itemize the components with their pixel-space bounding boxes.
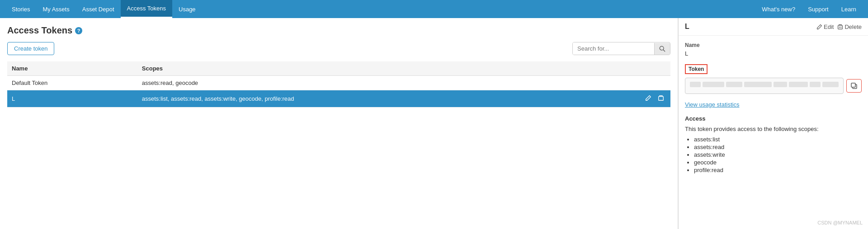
- left-panel: Access Tokens ? Create token Name Scopes: [0, 18, 678, 229]
- access-scope-item: assets:list: [694, 136, 862, 143]
- copy-icon: [850, 82, 858, 89]
- svg-rect-2: [659, 97, 664, 101]
- name-value: L: [685, 50, 862, 57]
- name-label: Name: [685, 42, 862, 48]
- row-name: L: [7, 90, 137, 107]
- row-scopes: assets:read, geocode: [137, 76, 670, 90]
- blur-block-8: [822, 82, 839, 87]
- view-usage-link[interactable]: View usage statistics: [685, 101, 739, 108]
- pencil-icon: [645, 95, 651, 101]
- nav-learn[interactable]: Learn: [835, 0, 863, 18]
- blur-block-1: [690, 82, 701, 87]
- blur-block-6: [789, 82, 808, 87]
- edit-label: Edit: [824, 23, 834, 30]
- name-section: Name L: [685, 42, 862, 57]
- row-delete-button[interactable]: [656, 94, 666, 103]
- blur-block-7: [810, 82, 821, 87]
- edit-button[interactable]: Edit: [816, 23, 834, 30]
- blur-block-5: [774, 82, 787, 87]
- col-scopes: Scopes: [137, 61, 670, 76]
- delete-label: Delete: [844, 23, 862, 30]
- token-label: Token: [685, 64, 708, 74]
- row-actions: [643, 94, 666, 103]
- page-title: Access Tokens ?: [7, 25, 670, 36]
- nav-right: What's new? Support Learn: [755, 0, 863, 18]
- row-edit-button[interactable]: [643, 94, 653, 103]
- help-icon[interactable]: ?: [75, 27, 82, 34]
- top-nav: Stories My Assets Asset Depot Access Tok…: [0, 0, 868, 18]
- nav-support[interactable]: Support: [802, 0, 835, 18]
- right-panel: L Edit Dele: [678, 18, 868, 229]
- access-section: Access This token provides access to the…: [685, 115, 862, 173]
- nav-access-tokens[interactable]: Access Tokens: [121, 0, 172, 18]
- svg-line-1: [663, 50, 665, 51]
- svg-rect-6: [838, 25, 843, 29]
- toolbar: Create token: [7, 42, 670, 55]
- row-scopes: assets:list, assets:read, assets:write, …: [137, 90, 670, 107]
- header-actions: Edit Delete: [816, 23, 862, 30]
- table-row[interactable]: Default Tokenassets:read, geocode: [7, 76, 670, 90]
- token-field-wrapper: [685, 78, 862, 94]
- search-icon: [659, 46, 665, 52]
- create-token-button[interactable]: Create token: [7, 42, 54, 55]
- table-row[interactable]: Lassets:list, assets:read, assets:write,…: [7, 90, 670, 107]
- access-title: Access: [685, 115, 862, 122]
- access-description: This token provides access to the follow…: [685, 126, 862, 132]
- watermark: CSDN @MYNAMEL: [817, 220, 863, 225]
- svg-rect-13: [851, 83, 855, 87]
- nav-stories[interactable]: Stories: [5, 0, 36, 18]
- nav-usage[interactable]: Usage: [172, 0, 202, 18]
- delete-button[interactable]: Delete: [837, 23, 862, 30]
- access-scope-item: geocode: [694, 159, 862, 166]
- copy-token-button[interactable]: [846, 79, 862, 93]
- tokens-table: Name Scopes Default Tokenassets:read, ge…: [7, 61, 670, 107]
- blur-block-2: [703, 82, 724, 87]
- col-name: Name: [7, 61, 137, 76]
- token-value-box: [685, 78, 844, 94]
- nav-whats-new[interactable]: What's new?: [755, 0, 802, 18]
- search-wrapper: [572, 42, 670, 55]
- main-layout: Access Tokens ? Create token Name Scopes: [0, 18, 868, 229]
- search-button[interactable]: [654, 43, 670, 55]
- blur-block-4: [744, 82, 771, 87]
- nav-asset-depot[interactable]: Asset Depot: [76, 0, 121, 18]
- right-panel-body: Name L Token: [679, 36, 868, 181]
- edit-icon: [816, 24, 822, 30]
- access-scope-item: assets:read: [694, 144, 862, 150]
- nav-left: Stories My Assets Asset Depot Access Tok…: [5, 0, 202, 18]
- page-title-text: Access Tokens: [7, 25, 72, 36]
- row-name: Default Token: [7, 76, 137, 90]
- scope-text: assets:list, assets:read, assets:write, …: [142, 95, 294, 102]
- search-input[interactable]: [573, 42, 654, 55]
- access-scope-item: assets:write: [694, 151, 862, 158]
- table-header: Name Scopes: [7, 61, 670, 76]
- trash-icon: [658, 95, 664, 101]
- delete-icon: [837, 24, 843, 30]
- blur-block-3: [726, 82, 742, 87]
- token-section: Token: [685, 64, 862, 94]
- nav-my-assets[interactable]: My Assets: [36, 0, 75, 18]
- token-blurred: [690, 82, 839, 87]
- access-scope-item: profile:read: [694, 167, 862, 173]
- table-body: Default Tokenassets:read, geocodeLassets…: [7, 76, 670, 107]
- right-panel-header: L Edit Dele: [679, 18, 868, 36]
- access-list: assets:listassets:readassets:writegeocod…: [685, 136, 862, 173]
- scope-text: assets:read, geocode: [142, 79, 198, 86]
- detail-title: L: [685, 23, 689, 31]
